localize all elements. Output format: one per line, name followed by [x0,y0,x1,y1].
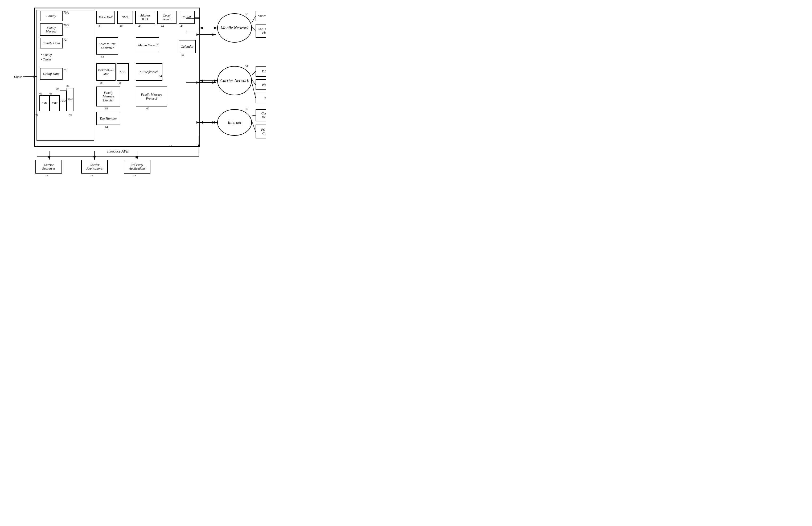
ref-70a: 70A [63,11,69,15]
fm2-box: FM2 [49,95,60,111]
group-data-box: Group Data [40,68,62,79]
sms-box: SMS [117,11,133,24]
voice-mail-box: Voice Mail [96,11,115,24]
carrier-resources-box: Carrier Resources [35,160,62,174]
ref-42: 42 [139,25,141,27]
ref-76: 76 [69,114,72,117]
family-data-box: Family Data [40,38,62,48]
ref-62: 62 [105,107,108,110]
ref-54: 54 [159,75,162,77]
ref-36: 36 [245,107,248,111]
tv-box: TV [256,93,266,103]
calendar-box: Calendar [179,40,196,53]
tile-handler-box: Tile Handler [96,112,120,125]
diagram: 10 Dbase Family 70A Family Member 70B Fa… [5,5,261,170]
custom-device-box: Custom Device [256,109,266,121]
ref-40: 40 [120,25,122,27]
ref-58: 58 [100,81,102,84]
dect-box: DECT [256,66,266,77]
fm3-box: FM3 [60,90,67,111]
email-box: Email [179,11,194,24]
smart-phone-box: Smart Phone [256,11,266,21]
ref-14: 14 [133,174,136,176]
ref-68: 68 [49,92,52,95]
ref-32: 32 [245,12,248,16]
local-search-box: Local Search [157,11,176,24]
ref-12: 12 [169,144,172,147]
family-center-label: • Family • Center [41,53,52,62]
third-party-apps-box: 3rd Party Applications [124,160,150,174]
ref-66: 66 [39,92,42,95]
family-member-box: Family Member [40,24,62,36]
voice-to-text-box: Voice to Text Converter [96,37,118,55]
ref-50: 50 [157,43,159,45]
svg-line-25 [252,16,256,23]
ref-72: 72 [63,38,67,42]
ref-34: 34 [245,64,248,69]
family-msg-protocol-box: Family Message Protocol [136,87,167,106]
svg-line-29 [252,83,256,98]
dect-phone-mgr-box: DECT Phone Mgr [96,63,116,81]
svg-line-28 [252,80,256,85]
ref-78: 78 [35,114,38,117]
fm1-box: FM1 [39,95,49,111]
ref-74: 74 [63,68,67,72]
svg-line-31 [252,121,256,132]
ref-48: 48 [181,54,184,57]
family-msg-handler-box: Family Message Handler [96,87,120,106]
carrier-network-ellipse: Carrier Network [217,66,252,95]
ref-82: 82 [67,85,69,88]
media-server-box: Media Server [136,37,159,53]
ref-38: 38 [99,25,101,27]
dbase-label: Dbase [11,74,25,80]
ref-44: 44 [161,25,164,27]
ref-52: 52 [101,55,104,58]
sms-mobile-phone-box: SMS Mobile Phone [256,24,266,38]
ref-16: 16 [90,174,93,176]
address-book-box: Address Book [135,11,155,24]
fm4-box: FM4 [67,88,73,111]
ref-64: 64 [105,126,108,129]
carrier-applications-box: Carrier Applications [81,160,108,174]
svg-line-27 [252,71,256,75]
family-box: Family [40,11,62,21]
ref-60: 60 [146,107,149,110]
ref-70b: 70B [63,24,69,27]
svg-line-30 [252,115,256,116]
ref-46: 46 [180,25,183,27]
mobile-network-ellipse: Mobile Network [217,13,252,43]
svg-line-26 [252,27,256,30]
emta-box: eMTA [256,79,266,90]
sip-softswitch-box: SIP Softswitch [136,63,162,81]
interface-apis-box: Interface APIs [37,146,199,157]
ref-56: 56 [119,81,121,84]
sbc-box: SBC [117,63,129,81]
pc-web-client-box: PC Web Client [256,125,266,138]
ref-18: 18 [45,174,48,176]
internet-ellipse: Internet [217,109,252,136]
ref-80: 80 [56,87,59,90]
